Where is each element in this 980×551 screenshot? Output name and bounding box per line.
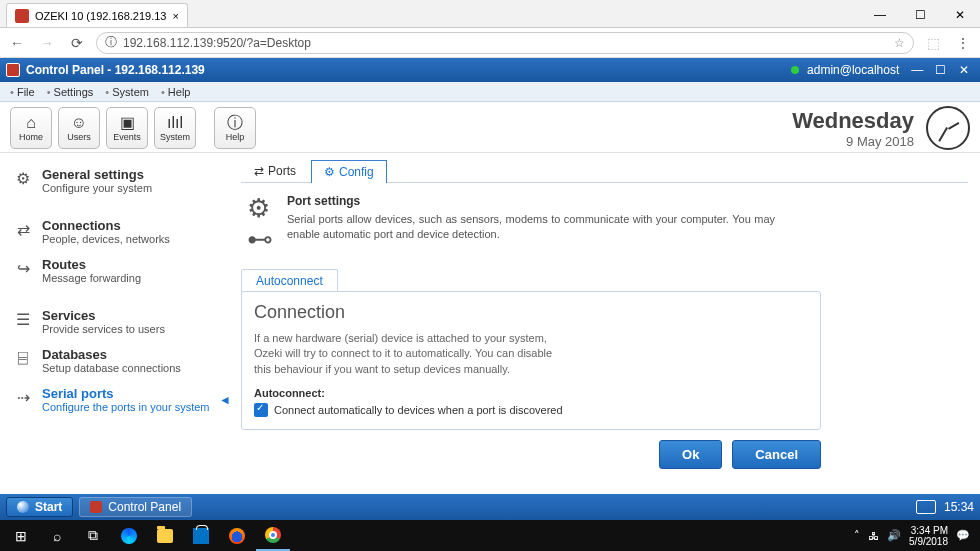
status-dot-icon <box>791 66 799 74</box>
close-tab-icon[interactable]: × <box>172 10 178 22</box>
url-text: 192.168.112.139:9520/?a=Desktop <box>123 36 311 50</box>
keyboard-icon[interactable] <box>916 500 936 514</box>
date-label: 9 May 2018 <box>792 134 914 149</box>
databases-icon: ⌸ <box>12 347 34 369</box>
services-icon: ☰ <box>12 308 34 330</box>
network-icon[interactable]: 🖧 <box>868 530 879 542</box>
start-button[interactable]: Start <box>6 497 73 517</box>
sidebar-item-general[interactable]: ⚙General settingsConfigure your system <box>4 161 235 200</box>
sidebar-item-routes[interactable]: ↪RoutesMessage forwarding <box>4 251 235 290</box>
firefox-icon[interactable] <box>220 520 254 551</box>
forward-button[interactable]: → <box>36 32 58 54</box>
system-icon: ılıl <box>167 115 183 131</box>
system-button[interactable]: ılılSystem <box>154 107 196 149</box>
edge-icon[interactable] <box>112 520 146 551</box>
connections-icon: ⇄ <box>12 218 34 240</box>
checkbox-label: Connect automatically to devices when a … <box>274 404 563 416</box>
autoconnect-checkbox[interactable] <box>254 403 268 417</box>
help-icon: ⓘ <box>227 115 243 131</box>
clock-icon <box>926 106 970 150</box>
menubar: File Settings System Help <box>0 82 980 102</box>
tray-up-icon[interactable]: ˄ <box>854 529 860 542</box>
chrome-icon[interactable] <box>256 520 290 551</box>
sidebar-item-services[interactable]: ☰ServicesProvide services to users <box>4 302 235 341</box>
tab-config[interactable]: ⚙Config <box>311 160 387 183</box>
tab-title: OZEKI 10 (192.168.219.13 <box>35 10 166 22</box>
back-button[interactable]: ← <box>6 32 28 54</box>
windows-start-button[interactable]: ⊞ <box>4 520 38 551</box>
reload-button[interactable]: ⟳ <box>66 32 88 54</box>
volume-icon[interactable]: 🔊 <box>887 529 901 542</box>
browser-tab[interactable]: OZEKI 10 (192.168.219.13 × <box>6 3 188 27</box>
store-icon[interactable] <box>184 520 218 551</box>
menu-help[interactable]: Help <box>155 86 197 98</box>
address-bar[interactable]: ⓘ 192.168.112.139:9520/?a=Desktop ☆ <box>96 32 914 54</box>
close-button[interactable]: ✕ <box>940 3 980 27</box>
task-view-button[interactable]: ⧉ <box>76 520 110 551</box>
autoconnect-label: Autoconnect: <box>254 387 808 399</box>
events-icon: ▣ <box>120 115 135 131</box>
help-button[interactable]: ⓘHelp <box>214 107 256 149</box>
info-icon: ⓘ <box>105 34 117 51</box>
start-orb-icon <box>17 501 29 513</box>
maximize-button[interactable]: ☐ <box>900 3 940 27</box>
date-block: Wednesday 9 May 2018 <box>792 108 922 149</box>
events-button[interactable]: ▣Events <box>106 107 148 149</box>
fieldset-legend: Connection <box>254 302 808 323</box>
favicon-icon <box>15 9 29 23</box>
app-close-button[interactable]: ✕ <box>954 63 974 77</box>
ports-icon: ⇄ <box>254 164 264 178</box>
menu-system[interactable]: System <box>99 86 155 98</box>
serial-icon: ⇢ <box>12 386 34 408</box>
menu-file[interactable]: File <box>4 86 41 98</box>
app-time: 15:34 <box>944 500 974 514</box>
app-maximize-button[interactable]: ☐ <box>931 63 951 77</box>
day-label: Wednesday <box>792 108 914 134</box>
sidebar-item-connections[interactable]: ⇄ConnectionsPeople, devices, networks <box>4 212 235 251</box>
menu-icon[interactable]: ⋮ <box>952 32 974 54</box>
section-desc: Serial ports allow devices, such as sens… <box>287 212 775 243</box>
taskbar-item-control-panel[interactable]: Control Panel <box>79 497 192 517</box>
app-icon <box>6 63 20 77</box>
users-button[interactable]: ☺Users <box>58 107 100 149</box>
file-explorer-icon[interactable] <box>148 520 182 551</box>
notifications-icon[interactable]: 💬 <box>956 529 970 542</box>
minimize-button[interactable]: — <box>860 3 900 27</box>
tab-ports[interactable]: ⇄Ports <box>241 159 309 182</box>
system-datetime[interactable]: 3:34 PM 5/9/2018 <box>909 525 948 547</box>
menu-settings[interactable]: Settings <box>41 86 100 98</box>
ok-button[interactable]: Ok <box>659 440 722 469</box>
users-icon: ☺ <box>71 115 87 131</box>
fieldset-desc: If a new hardware (serial) device is att… <box>254 331 554 377</box>
connection-fieldset: Connection If a new hardware (serial) de… <box>241 291 821 430</box>
cancel-button[interactable]: Cancel <box>732 440 821 469</box>
search-button[interactable]: ⌕ <box>40 520 74 551</box>
sidebar-item-serial-ports[interactable]: ⇢Serial portsConfigure the ports in your… <box>4 380 235 419</box>
config-icon: ⚙ <box>324 165 335 179</box>
usb-icon: ⚙⊷ <box>247 193 275 255</box>
user-label: admin@localhost <box>807 63 899 77</box>
extension-icon[interactable]: ⬚ <box>922 32 944 54</box>
home-icon: ⌂ <box>26 115 36 131</box>
gear-icon: ⚙ <box>12 167 34 189</box>
app-title: Control Panel - 192.168.112.139 <box>26 63 205 77</box>
sidebar: ⚙General settingsConfigure your system ⇄… <box>0 153 235 503</box>
bookmark-icon[interactable]: ☆ <box>894 36 905 50</box>
subtab-autoconnect[interactable]: Autoconnect <box>241 269 338 292</box>
control-panel-icon <box>90 501 102 513</box>
app-minimize-button[interactable]: — <box>907 63 927 77</box>
sidebar-item-databases[interactable]: ⌸DatabasesSetup database connections <box>4 341 235 380</box>
home-button[interactable]: ⌂Home <box>10 107 52 149</box>
routes-icon: ↪ <box>12 257 34 279</box>
section-title: Port settings <box>287 193 775 210</box>
